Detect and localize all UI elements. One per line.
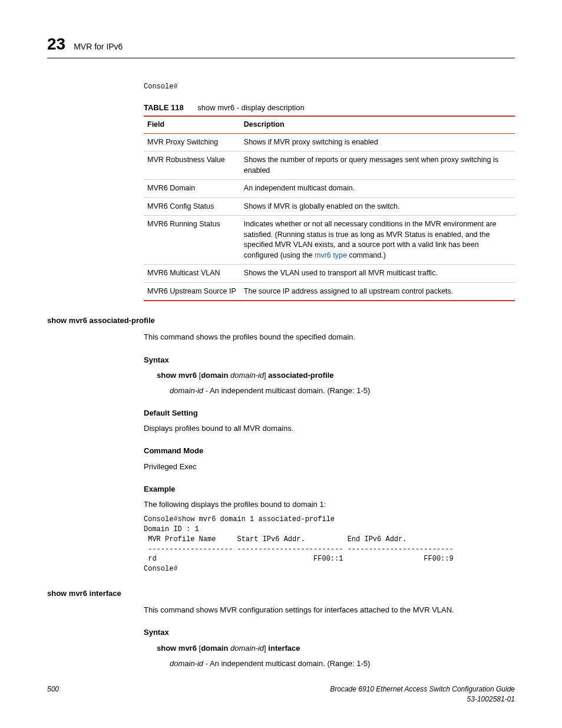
- page-number: 500: [47, 684, 59, 704]
- syntax-line: show mvr6 [domain domain-id] interface: [157, 643, 515, 654]
- table-row: MVR6 Running Status Indicates whether or…: [144, 216, 515, 265]
- example-console-output: Console#show mvr6 domain 1 associated-pr…: [144, 515, 515, 574]
- display-description-table: Field Description MVR Proxy Switching Sh…: [144, 116, 515, 301]
- syntax-arg-name: domain-id: [170, 386, 203, 395]
- syntax-domain: domain: [201, 371, 230, 380]
- chapter-number: 23: [47, 32, 65, 55]
- table-label: TABLE 118: [144, 103, 184, 112]
- syntax-line: show mvr6 [domain domain-id] associated-…: [157, 370, 515, 381]
- syntax-domain: domain: [201, 644, 230, 653]
- cell-field: MVR6 Domain: [144, 180, 240, 198]
- intro-text: This command shows MVR configuration set…: [144, 605, 515, 615]
- table-row: MVR6 Upstream Source IP The source IP ad…: [144, 282, 515, 301]
- mvr6-type-link[interactable]: mvr6 type: [315, 251, 347, 259]
- th-field: Field: [144, 116, 240, 133]
- table-title: show mvr6 - display description: [197, 103, 304, 112]
- cell-field: MVR Proxy Switching: [144, 133, 240, 151]
- cell-field: MVR6 Running Status: [144, 216, 240, 265]
- cell-desc: Indicates whether or not all necessary c…: [240, 216, 515, 265]
- section-title-associated-profile: show mvr6 associated-profile: [47, 315, 515, 326]
- cell-field: MVR6 Config Status: [144, 197, 240, 216]
- syntax-arg-desc: - An independent multicast domain. (Rang…: [203, 386, 370, 395]
- cell-desc: Shows the number of reports or query mes…: [240, 151, 515, 180]
- page-footer: 500 Brocade 6910 Ethernet Access Switch …: [47, 684, 515, 704]
- cell-field: MVR Robustness Value: [144, 151, 240, 180]
- syntax-desc: domain-id - An independent multicast dom…: [170, 658, 515, 669]
- doc-number: 53-1002581-01: [330, 694, 515, 704]
- syntax-suffix: associated-profile: [268, 371, 333, 380]
- table-caption: TABLE 118 show mvr6 - display descriptio…: [144, 103, 515, 113]
- syntax-arg-desc: - An independent multicast domain. (Rang…: [203, 659, 370, 668]
- default-text: Displays profiles bound to all MVR domai…: [144, 423, 515, 434]
- chapter-header: 23 MVR for IPv6: [47, 32, 515, 58]
- section-title-interface: show mvr6 interface: [47, 588, 515, 599]
- desc-post: command.): [347, 251, 386, 259]
- example-heading: Example: [144, 484, 515, 495]
- syntax-arg: domain-id: [230, 644, 264, 653]
- cell-field: MVR6 Upstream Source IP: [144, 282, 240, 301]
- table-header-row: Field Description: [144, 116, 515, 133]
- table-row: MVR Proxy Switching Shows if MVR proxy s…: [144, 133, 515, 151]
- mode-heading: Command Mode: [144, 446, 515, 456]
- cell-desc: Shows if MVR proxy switching is enabled: [240, 133, 515, 151]
- table-row: MVR6 Multicast VLAN Shows the VLAN used …: [144, 265, 515, 283]
- cell-desc: An independent multicast domain.: [240, 180, 515, 198]
- syntax-heading: Syntax: [144, 627, 515, 638]
- cell-field: MVR6 Multicast VLAN: [144, 265, 240, 283]
- syntax-heading: Syntax: [144, 355, 515, 365]
- intro-text: This command shows the profiles bound th…: [144, 332, 515, 342]
- syntax-suffix: interface: [268, 644, 300, 653]
- console-output-top: Console#: [144, 82, 515, 92]
- syntax-desc: domain-id - An independent multicast dom…: [170, 386, 515, 396]
- table-row: MVR6 Domain An independent multicast dom…: [144, 180, 515, 198]
- chapter-title: MVR for IPv6: [74, 41, 123, 53]
- cell-desc: Shows if MVR is globally enabled on the …: [240, 197, 515, 216]
- mode-text: Privileged Exec: [144, 462, 515, 472]
- cell-desc: Shows the VLAN used to transport all MVR…: [240, 265, 515, 283]
- example-text: The following displays the profiles boun…: [144, 499, 515, 510]
- syntax-arg-name: domain-id: [170, 659, 203, 668]
- table-row: MVR6 Config Status Shows if MVR is globa…: [144, 197, 515, 216]
- syntax-arg: domain-id: [230, 371, 264, 380]
- default-heading: Default Setting: [144, 408, 515, 419]
- table-row: MVR Robustness Value Shows the number of…: [144, 151, 515, 180]
- syntax-cmd: show mvr6: [157, 371, 199, 380]
- cell-desc: The source IP address assigned to all up…: [240, 282, 515, 301]
- th-description: Description: [240, 116, 515, 133]
- syntax-cmd: show mvr6: [157, 644, 199, 653]
- doc-title: Brocade 6910 Ethernet Access Switch Conf…: [330, 684, 515, 694]
